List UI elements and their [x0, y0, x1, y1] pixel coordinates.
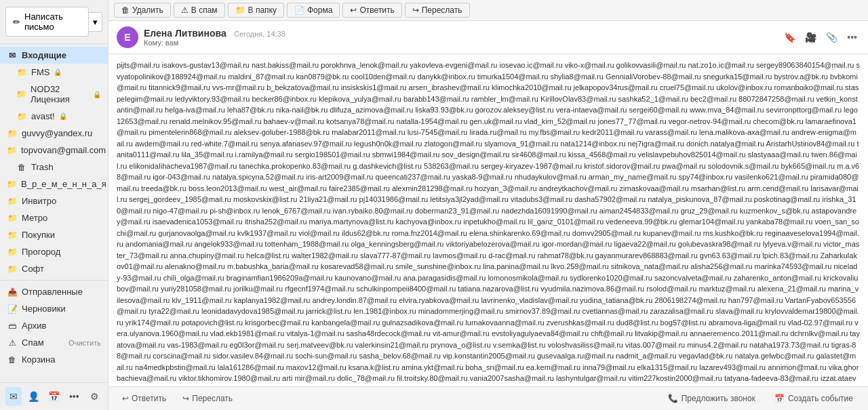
trash-icon: 🗑 — [16, 163, 27, 172]
sidebar-item-soft[interactable]: 📁 Софт — [0, 260, 108, 277]
otpravlennye-icon: 📤 — [7, 287, 18, 297]
chernoviki-label: Черновики — [22, 304, 66, 314]
sidebar-item-inbox[interactable]: ✉ Входящие — [0, 47, 108, 64]
sidebar-item-archive[interactable]: 🗃 Архив — [0, 317, 108, 334]
sidebar-item-nod32[interactable]: 📁 NOD32 Лицензия 🔒 — [0, 81, 108, 108]
email-header-actions: 🔖 🎥 📎 ••• — [781, 29, 860, 45]
pokupki-icon: 📁 — [7, 230, 18, 240]
spam-clear-button[interactable]: Очистить — [68, 339, 101, 347]
guvvy-label: guvvy@yandex.ru — [22, 128, 92, 138]
avast-label: avast! — [31, 111, 55, 121]
otpravlennye-label: Отправленные — [22, 287, 83, 297]
fms-label: FMS — [31, 67, 50, 77]
sidebar-item-avast[interactable]: 📁 avast! 🔒 — [0, 108, 108, 125]
archive-icon: 🗃 — [7, 321, 18, 331]
avast-icon: 📁 — [16, 112, 27, 121]
sidebar-item-guvvy[interactable]: 📁 guvvy@yandex.ru — [0, 125, 108, 142]
sender-name: Елена Литвинова — [144, 28, 226, 39]
compose-arrow-button[interactable]: ▾ — [89, 12, 102, 32]
guvvy-icon: 📁 — [7, 129, 18, 138]
sidebar-item-korzina[interactable]: 🗑 Корзина — [0, 351, 108, 368]
trash-label: Trash — [31, 162, 54, 172]
compose-button[interactable]: ✏ Написать письмо — [5, 7, 89, 37]
nod32-lock-icon: 🔒 — [93, 91, 101, 98]
read-icon: 📄 — [294, 5, 304, 15]
compose-label: Написать письмо — [24, 12, 81, 32]
archive-label: Архив — [22, 321, 46, 331]
sidebar-nav: ✉ Входящие 📁 FMS 🔒 📁 NOD32 Лицензия 🔒 📁 … — [0, 44, 108, 382]
bookmark-button[interactable]: 🔖 — [781, 29, 798, 45]
sidebar-item-pokupki[interactable]: 📁 Покупки — [0, 226, 108, 243]
spam-action-icon: ⚠ — [181, 5, 189, 15]
pokupki-label: Покупки — [22, 230, 55, 240]
chernoviki-icon: 📝 — [7, 304, 18, 314]
event-button[interactable]: 📅 Создать событие — [768, 391, 860, 406]
korzina-label: Корзина — [22, 354, 56, 365]
sidebar: ✏ Написать письмо ▾ ✉ Входящие 📁 FMS 🔒 📁… — [0, 0, 108, 410]
email-body: pijts@mail.ru isakovs-gustav13@mail.ru n… — [108, 54, 868, 386]
reply-icon: ↩ — [350, 5, 357, 15]
forward-icon: ↪ — [412, 5, 419, 15]
attachment-button[interactable]: 📎 — [823, 29, 840, 45]
sidebar-item-vremennya[interactable]: 📁 В_р_е_м_е_н_н_а_я — [0, 176, 108, 192]
sidebar-bottom-calendar-icon[interactable]: 📅 — [46, 387, 62, 406]
nod32-label: NOD32 Лицензия — [31, 84, 89, 104]
sidebar-item-invitro[interactable]: 📁 Инвитро — [0, 192, 108, 209]
vremennya-label: В_р_е_м_е_н_н_а_я — [21, 179, 106, 189]
folder-action-icon: 📁 — [235, 5, 245, 15]
inbox-label: Входящие — [22, 50, 66, 60]
compose-icon: ✏ — [13, 17, 20, 27]
avast-lock-icon: 🔒 — [59, 112, 67, 120]
sidebar-bottom-more-icon[interactable]: ••• — [66, 387, 82, 406]
progorod-icon: 📁 — [7, 247, 18, 257]
call-button[interactable]: 📞 Предложить звонок — [661, 391, 762, 406]
bottom-right-actions: 📞 Предложить звонок 📅 Создать событие — [661, 391, 860, 406]
sidebar-bottom: ✉ 👤 📅 ••• ⚙ — [0, 382, 108, 410]
inbox-icon: ✉ — [7, 51, 18, 60]
sidebar-item-topvovan[interactable]: 📁 topvovan@gmail.com — [0, 142, 108, 159]
soft-icon: 📁 — [7, 264, 18, 274]
call-icon: 📞 — [668, 394, 678, 403]
sidebar-bottom-gear-icon[interactable]: ⚙ — [86, 387, 102, 406]
sidebar-item-otpravlennye[interactable]: 📤 Отправленные — [0, 283, 108, 300]
topvovan-icon: 📁 — [7, 146, 17, 155]
bottom-toolbar: ↩ Ответить ↪ Переслать 📞 Предложить звон… — [108, 386, 868, 410]
more-actions-button[interactable]: ••• — [844, 29, 860, 45]
nod32-icon: 📁 — [16, 89, 26, 99]
soft-label: Софт — [22, 264, 44, 274]
reply-top-button[interactable]: ↩ Ответить — [342, 3, 401, 18]
folder-button[interactable]: 📁 В папку — [228, 3, 284, 18]
sender-date: Сегодня, 14:38 — [234, 30, 285, 38]
invitro-icon: 📁 — [7, 197, 18, 206]
spam-icon: ⚠ — [7, 338, 18, 348]
video-button[interactable]: 🎥 — [802, 29, 819, 45]
compose-wrapper: ✏ Написать письмо ▾ — [0, 0, 108, 44]
sidebar-bottom-mail-icon[interactable]: ✉ — [5, 387, 22, 406]
sidebar-item-progorod[interactable]: 📁 Прогород — [0, 243, 108, 260]
action-toolbar: 🗑 Удалить ⚠ В спам 📁 В папку 📄 Форма ↩ О… — [108, 0, 868, 21]
metro-icon: 📁 — [7, 213, 18, 223]
delete-icon: 🗑 — [121, 5, 130, 15]
invitro-label: Инвитро — [22, 196, 56, 206]
email-header: Е Елена Литвинова Сегодня, 14:38 Кому: в… — [108, 21, 868, 54]
spam-button[interactable]: ⚠ В спам — [174, 3, 225, 18]
sidebar-bottom-contacts-icon[interactable]: 👤 — [26, 387, 42, 406]
spam-label: Спам — [22, 337, 44, 348]
vremennya-icon: 📁 — [7, 180, 17, 189]
reply-bottom-icon: ↩ — [122, 394, 129, 403]
fms-icon: 📁 — [16, 68, 27, 77]
read-button[interactable]: 📄 Форма — [287, 3, 340, 18]
delete-button[interactable]: 🗑 Удалить — [114, 3, 171, 18]
email-body-text: pijts@mail.ru isakovs-gustav13@mail.ru n… — [117, 61, 860, 386]
sidebar-item-spam[interactable]: ⚠ Спам Очистить — [0, 334, 108, 351]
forward-top-button[interactable]: ↪ Переслать — [405, 3, 470, 18]
main-content: 🗑 Удалить ⚠ В спам 📁 В папку 📄 Форма ↩ О… — [108, 0, 868, 410]
reply-bottom-button[interactable]: ↩ Ответить — [117, 391, 172, 406]
sidebar-sep-1 — [0, 280, 108, 281]
forward-bottom-button[interactable]: ↪ Переслать — [177, 391, 238, 406]
sidebar-item-chernoviki[interactable]: 📝 Черновики — [0, 300, 108, 317]
sidebar-item-trash[interactable]: 🗑 Trash — [0, 159, 108, 176]
sidebar-item-metro[interactable]: 📁 Метро — [0, 209, 108, 226]
sidebar-item-fms[interactable]: 📁 FMS 🔒 — [0, 64, 108, 81]
topvovan-label: topvovan@gmail.com — [21, 145, 106, 155]
